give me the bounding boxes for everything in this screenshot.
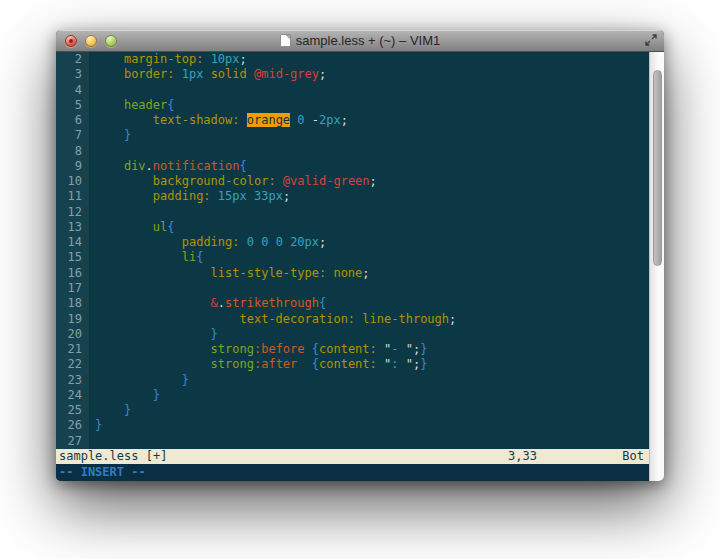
code-line: 14 padding: 0 0 0 20px; (56, 235, 649, 250)
line-number: 20 (56, 327, 90, 342)
mode-indicator: -- INSERT -- (59, 465, 146, 479)
scrollbar-thumb[interactable] (653, 70, 662, 266)
code-line: 6 text-shadow: orange 0 -2px; (56, 113, 649, 128)
window-content: 2 margin-top: 10px;3 border: 1px solid @… (56, 52, 664, 481)
code-line: 7 } (56, 128, 649, 143)
code-text: border: 1px solid @mid-grey; (90, 67, 326, 82)
command-line: -- INSERT -- (56, 464, 649, 481)
editor-column: 2 margin-top: 10px;3 border: 1px solid @… (56, 52, 649, 481)
code-text (90, 144, 95, 159)
line-number: 5 (56, 98, 90, 113)
code-line: 24 } (56, 388, 649, 403)
code-line: 4 (56, 83, 649, 98)
code-line: 27 (56, 434, 649, 449)
line-number: 18 (56, 296, 90, 311)
line-number: 23 (56, 373, 90, 388)
line-number: 17 (56, 281, 90, 296)
line-number: 4 (56, 83, 90, 98)
line-number: 2 (56, 52, 90, 67)
code-text: } (90, 373, 189, 388)
code-text (90, 83, 95, 98)
code-text: } (90, 403, 131, 418)
desktop: sample.less + (~) – VIM1 2 margin-top: 1… (0, 0, 720, 559)
line-number: 6 (56, 113, 90, 128)
code-text: } (90, 327, 218, 342)
code-text (90, 205, 95, 220)
close-button[interactable] (65, 35, 77, 47)
line-number: 10 (56, 174, 90, 189)
code-text: li{ (90, 250, 203, 265)
modified-dot-icon (69, 39, 73, 43)
code-line: 5 header{ (56, 98, 649, 113)
line-number: 8 (56, 144, 90, 159)
titlebar[interactable]: sample.less + (~) – VIM1 (56, 30, 664, 52)
code-text: &.strikethrough{ (90, 296, 326, 311)
code-text: background-color: @valid-green; (90, 174, 377, 189)
code-line: 13 ul{ (56, 220, 649, 235)
code-area[interactable]: 2 margin-top: 10px;3 border: 1px solid @… (56, 52, 649, 449)
status-bar: sample.less [+] 3,33 Bot (56, 449, 649, 464)
line-number: 14 (56, 235, 90, 250)
line-number: 7 (56, 128, 90, 143)
line-number: 3 (56, 67, 90, 82)
code-line: 16 list-style-type: none; (56, 266, 649, 281)
code-text: } (90, 128, 131, 143)
code-line: 18 &.strikethrough{ (56, 296, 649, 311)
code-text: } (90, 388, 160, 403)
code-line: 23 } (56, 373, 649, 388)
line-number: 27 (56, 434, 90, 449)
code-text: } (90, 418, 102, 433)
code-text: padding: 0 0 0 20px; (90, 235, 326, 250)
code-line: 21 strong:before {content: "- ";} (56, 342, 649, 357)
window-controls (56, 35, 117, 47)
code-text: header{ (90, 98, 175, 113)
code-text: padding: 15px 33px; (90, 189, 290, 204)
code-line: 15 li{ (56, 250, 649, 265)
code-text: strong:after {content: ": ";} (90, 357, 427, 372)
code-text: text-decoration: line-through; (90, 312, 456, 327)
line-number: 19 (56, 312, 90, 327)
line-number: 22 (56, 357, 90, 372)
scroll-indicator: Bot (622, 449, 644, 464)
code-line: 25 } (56, 403, 649, 418)
line-number: 21 (56, 342, 90, 357)
code-text: list-style-type: none; (90, 266, 370, 281)
line-number: 25 (56, 403, 90, 418)
vim-window: sample.less + (~) – VIM1 2 margin-top: 1… (56, 30, 664, 481)
code-line: 19 text-decoration: line-through; (56, 312, 649, 327)
code-line: 22 strong:after {content: ": ";} (56, 357, 649, 372)
code-line: 20 } (56, 327, 649, 342)
code-line: 8 (56, 144, 649, 159)
line-number: 26 (56, 418, 90, 433)
line-number: 15 (56, 250, 90, 265)
line-number: 13 (56, 220, 90, 235)
code-text: text-shadow: orange 0 -2px; (90, 113, 348, 128)
code-text (90, 434, 95, 449)
code-line: 10 background-color: @valid-green; (56, 174, 649, 189)
minimize-button[interactable] (85, 35, 97, 47)
line-number: 9 (56, 159, 90, 174)
line-number: 24 (56, 388, 90, 403)
code-line: 11 padding: 15px 33px; (56, 189, 649, 204)
code-text: ul{ (90, 220, 174, 235)
line-number: 11 (56, 189, 90, 204)
title-area: sample.less + (~) – VIM1 (56, 30, 664, 51)
window-title: sample.less + (~) – VIM1 (296, 33, 441, 48)
cursor-position: 3,33 (508, 449, 537, 464)
status-filename: sample.less [+] (59, 449, 167, 463)
code-text: strong:before {content: "- ";} (90, 342, 427, 357)
code-line: 3 border: 1px solid @mid-grey; (56, 67, 649, 82)
line-number: 12 (56, 205, 90, 220)
code-text (90, 281, 95, 296)
fullscreen-icon[interactable] (644, 33, 658, 47)
code-text: margin-top: 10px; (90, 52, 247, 67)
line-number: 16 (56, 266, 90, 281)
code-text: div.notification{ (90, 159, 247, 174)
code-line: 12 (56, 205, 649, 220)
code-line: 2 margin-top: 10px; (56, 52, 649, 67)
document-icon (280, 34, 291, 47)
scrollbar[interactable] (649, 52, 664, 481)
code-line: 26} (56, 418, 649, 433)
code-line: 9 div.notification{ (56, 159, 649, 174)
zoom-button[interactable] (105, 35, 117, 47)
